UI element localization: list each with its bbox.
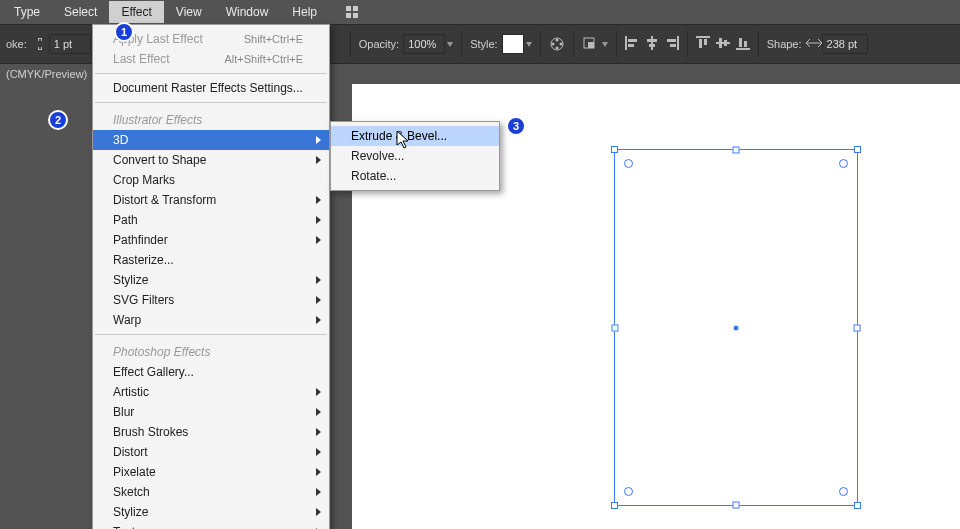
submenu-arrow-icon (316, 316, 321, 324)
corner-widget-se[interactable] (839, 487, 848, 496)
align-right-icon[interactable] (665, 36, 679, 52)
menu-item-label: Texture (113, 525, 152, 529)
submenu-arrow-icon (316, 156, 321, 164)
menu-item-label: Convert to Shape (113, 153, 206, 167)
stroke-label: oke: (6, 38, 27, 50)
svg-rect-13 (628, 44, 634, 47)
handle-sw[interactable] (611, 502, 618, 509)
submenu-arrow-icon (316, 488, 321, 496)
svg-rect-2 (346, 13, 351, 18)
handle-se[interactable] (854, 502, 861, 509)
menu-artistic[interactable]: Artistic (93, 382, 329, 402)
chevron-down-icon[interactable] (447, 42, 453, 47)
graphic-style-swatch[interactable] (502, 34, 524, 54)
selection-rectangle[interactable] (614, 149, 858, 506)
menu-svg-filters[interactable]: SVG Filters (93, 290, 329, 310)
submenu-3d: Extrude & Bevel... Revolve... Rotate... (330, 121, 500, 191)
corner-widget-sw[interactable] (624, 487, 633, 496)
menu-crop-marks[interactable]: Crop Marks (93, 170, 329, 190)
menu-raster-settings[interactable]: Document Raster Effects Settings... (93, 78, 329, 98)
svg-rect-24 (719, 38, 722, 48)
handle-e[interactable] (854, 324, 861, 331)
menu-blur[interactable]: Blur (93, 402, 329, 422)
corner-widget-ne[interactable] (839, 159, 848, 168)
menu-texture[interactable]: Texture (93, 522, 329, 529)
handle-ne[interactable] (854, 146, 861, 153)
align-bottom-icon[interactable] (736, 36, 750, 52)
workspace-grid-icon (345, 5, 359, 19)
align-to-button[interactable] (576, 25, 614, 63)
svg-point-5 (555, 39, 558, 42)
chevron-down-icon[interactable] (526, 42, 532, 47)
menu-stylize-ps[interactable]: Stylize (93, 502, 329, 522)
menu-divider (95, 334, 327, 335)
menu-revolve[interactable]: Revolve... (331, 146, 499, 166)
menu-distort-transform[interactable]: Distort & Transform (93, 190, 329, 210)
document-tab[interactable]: (CMYK/Preview) (0, 66, 93, 82)
menu-sketch[interactable]: Sketch (93, 482, 329, 502)
handle-nw[interactable] (611, 146, 618, 153)
submenu-arrow-icon (316, 276, 321, 284)
annotation-1: 1 (114, 22, 134, 42)
menu-item-label: Pathfinder (113, 233, 168, 247)
menu-stylize[interactable]: Stylize (93, 270, 329, 290)
handle-w[interactable] (612, 324, 619, 331)
menubar: Type Select Effect View Window Help (0, 0, 960, 24)
menu-item-label: Sketch (113, 485, 150, 499)
menu-item-label: Artistic (113, 385, 149, 399)
width-icon (806, 38, 822, 50)
menu-pixelate[interactable]: Pixelate (93, 462, 329, 482)
svg-rect-3 (353, 13, 358, 18)
menu-effect[interactable]: Effect (109, 1, 163, 23)
stroke-link-icon[interactable] (31, 34, 49, 54)
submenu-arrow-icon (316, 508, 321, 516)
submenu-arrow-icon (316, 296, 321, 304)
menu-item-label: Rotate... (351, 169, 396, 183)
align-left-icon[interactable] (625, 36, 639, 52)
workspace-switcher[interactable] (345, 5, 361, 19)
menu-pathfinder[interactable]: Pathfinder (93, 230, 329, 250)
menu-item-label: Document Raster Effects Settings... (113, 81, 303, 95)
shape-width-input[interactable] (822, 34, 868, 54)
menu-view[interactable]: View (164, 1, 214, 23)
handle-s[interactable] (733, 502, 740, 509)
menu-convert-to-shape[interactable]: Convert to Shape (93, 150, 329, 170)
handle-n[interactable] (733, 147, 740, 154)
menu-last-effect[interactable]: Last Effect Alt+Shift+Ctrl+E (93, 49, 329, 69)
svg-point-6 (559, 43, 562, 46)
menu-brush-strokes[interactable]: Brush Strokes (93, 422, 329, 442)
submenu-arrow-icon (316, 388, 321, 396)
svg-rect-12 (628, 39, 637, 42)
menu-select[interactable]: Select (52, 1, 109, 23)
menu-3d[interactable]: 3D (93, 130, 329, 150)
svg-rect-21 (699, 39, 702, 48)
recolor-artwork-button[interactable] (543, 25, 571, 63)
menu-type[interactable]: Type (2, 1, 52, 23)
menu-extrude-bevel[interactable]: Extrude & Bevel... (331, 126, 499, 146)
menu-path[interactable]: Path (93, 210, 329, 230)
menu-item-label: Stylize (113, 505, 148, 519)
corner-widget-nw[interactable] (624, 159, 633, 168)
submenu-arrow-icon (316, 468, 321, 476)
menu-effect-gallery[interactable]: Effect Gallery... (93, 362, 329, 382)
menu-rotate[interactable]: Rotate... (331, 166, 499, 186)
menu-item-label: Pixelate (113, 465, 156, 479)
shortcut-label: Alt+Shift+Ctrl+E (224, 53, 303, 65)
chevron-down-icon (602, 42, 608, 47)
menu-distort[interactable]: Distort (93, 442, 329, 462)
align-center-v-icon[interactable] (716, 36, 730, 52)
submenu-arrow-icon (316, 136, 321, 144)
stroke-weight-input[interactable] (49, 34, 91, 54)
menu-rasterize[interactable]: Rasterize... (93, 250, 329, 270)
align-center-h-icon[interactable] (645, 36, 659, 52)
menu-help[interactable]: Help (280, 1, 329, 23)
menu-window[interactable]: Window (214, 1, 281, 23)
menu-item-label: 3D (113, 133, 128, 147)
shape-label: Shape: (767, 38, 802, 50)
align-top-icon[interactable] (696, 36, 710, 52)
opacity-input[interactable] (403, 34, 445, 54)
submenu-arrow-icon (316, 236, 321, 244)
effect-menu-dropdown: Apply Last Effect Shift+Ctrl+E Last Effe… (92, 24, 330, 529)
menu-warp[interactable]: Warp (93, 310, 329, 330)
selection-center (734, 325, 739, 330)
